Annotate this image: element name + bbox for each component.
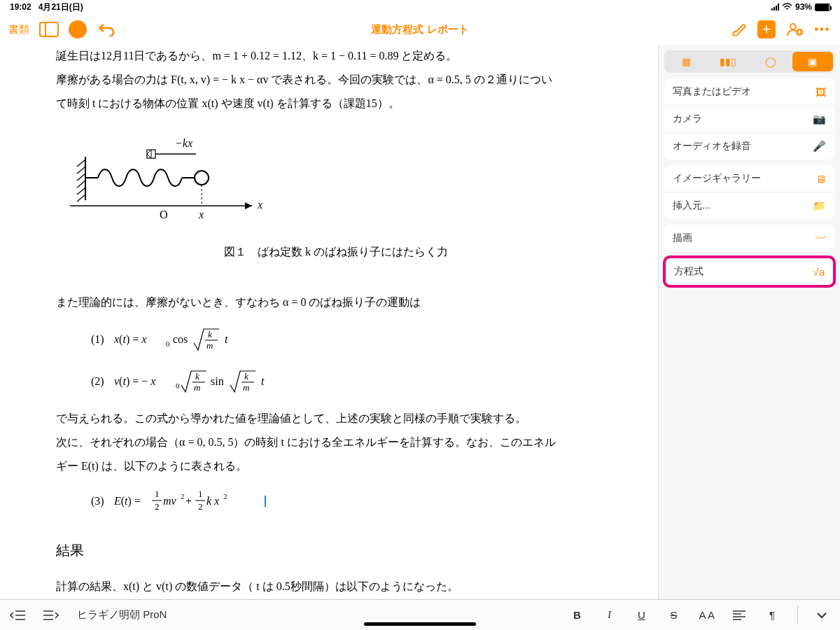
- svg-text:x(t) = x: x(t) = x: [114, 333, 146, 346]
- svg-text:m: m: [243, 382, 249, 393]
- equation-image: v(t) = − x 0 k m sin k m t: [114, 365, 296, 398]
- equation-2: (2) v(t) = − x 0 k m sin k m t: [56, 365, 616, 398]
- camera-icon: 📷: [813, 113, 826, 125]
- svg-point-13: [195, 171, 209, 185]
- font-picker[interactable]: ヒラギノ明朝 ProN: [77, 608, 167, 622]
- tab-charts[interactable]: ▮▮▯: [708, 52, 748, 71]
- strike-button[interactable]: S: [666, 609, 680, 621]
- svg-text:m: m: [206, 340, 213, 351]
- svg-text:E(t) =: E(t) =: [114, 495, 141, 507]
- collapse-button[interactable]: [816, 612, 830, 619]
- svg-text:v(t) = − x: v(t) = − x: [114, 375, 155, 388]
- svg-text:0: 0: [176, 382, 180, 390]
- insert-camera[interactable]: カメラ 📷: [664, 106, 834, 133]
- body-text: 計算の結果、x(t) と v(t) の数値データ（ t は 0.5秒間隔）は以下…: [56, 575, 616, 598]
- axis-mass-x: x: [198, 209, 204, 220]
- figure-spring: −kx O: [56, 136, 616, 227]
- folder-icon: 📁: [813, 200, 826, 212]
- svg-text:cos: cos: [173, 333, 188, 345]
- text-cursor: [265, 496, 266, 507]
- svg-text:m: m: [194, 382, 200, 393]
- svg-text:+: +: [186, 495, 192, 507]
- brush-icon[interactable]: [729, 20, 748, 38]
- document-title: 運動方程式 レポート: [200, 23, 640, 36]
- panel-toggle-icon[interactable]: [39, 22, 59, 37]
- svg-text:2: 2: [155, 501, 160, 512]
- document-body[interactable]: 誕生日は12月11日であるから、m = 1 + 0.12 = 1.12、k = …: [0, 45, 658, 599]
- svg-line-9: [77, 188, 85, 195]
- more-icon[interactable]: •••: [813, 20, 832, 38]
- italic-button[interactable]: I: [602, 609, 616, 621]
- svg-text:mv: mv: [163, 495, 177, 507]
- outline-icon[interactable]: [69, 20, 87, 38]
- equation-1: (1) x(t) = x 0 cos k m t: [56, 323, 616, 356]
- outdent-button[interactable]: [10, 610, 25, 621]
- svg-line-6: [77, 167, 85, 174]
- text-size-button[interactable]: A A: [699, 609, 715, 621]
- status-date: 4月21日(日): [38, 2, 83, 12]
- axis-far-x: x: [257, 199, 262, 211]
- app-toolbar: 書類 運動方程式 レポート + •••: [0, 14, 840, 45]
- status-time: 19:02: [10, 2, 31, 12]
- indent-button[interactable]: [43, 610, 59, 621]
- insert-tabs: ▦ ▮▮▯ ◯ ▣: [664, 50, 834, 73]
- svg-text:k: k: [208, 329, 212, 340]
- insert-from[interactable]: 挿入元... 📁: [664, 192, 834, 219]
- paragraph-button[interactable]: ¶: [765, 609, 779, 621]
- equation-image: E(t) = 1 2 mv 2 + 1 2 k x 2: [114, 487, 254, 515]
- insert-drawing[interactable]: 描画 〰: [664, 225, 834, 251]
- axis-origin: O: [160, 209, 168, 220]
- insert-button[interactable]: +: [757, 20, 776, 38]
- wifi-icon: [782, 3, 792, 11]
- body-text: て時刻 t における物体の位置 x(t) や速度 v(t) を計算する（課題15…: [56, 92, 616, 115]
- align-button[interactable]: [733, 610, 747, 620]
- equation-icon: √a: [813, 266, 825, 278]
- insert-panel: ▦ ▮▮▯ ◯ ▣ 写真またはビデオ 🖼 カメラ 📷 オーディオを録音 🎤 イメ…: [658, 45, 840, 599]
- svg-text:k x: k x: [206, 495, 219, 507]
- svg-point-0: [790, 24, 796, 29]
- signal-icon: [771, 4, 779, 10]
- insert-audio[interactable]: オーディオを録音 🎤: [664, 133, 834, 160]
- home-indicator: [364, 622, 476, 626]
- status-left: 19:02 4月21日(日): [10, 1, 83, 13]
- svg-marker-16: [245, 202, 252, 209]
- svg-text:2: 2: [223, 492, 227, 500]
- photo-icon: 🖼: [816, 86, 826, 98]
- equation-image: x(t) = x 0 cos k m t: [114, 323, 254, 356]
- tab-shapes[interactable]: ◯: [750, 52, 791, 71]
- documents-button[interactable]: 書類: [8, 23, 29, 36]
- svg-line-7: [77, 174, 85, 181]
- svg-text:2: 2: [198, 501, 203, 512]
- svg-line-5: [77, 160, 85, 167]
- svg-text:k: k: [244, 371, 248, 382]
- svg-text:2: 2: [181, 492, 185, 500]
- svg-text:1: 1: [198, 489, 203, 499]
- svg-line-8: [77, 181, 85, 188]
- svg-text:t: t: [225, 333, 228, 345]
- insert-equation[interactable]: 方程式 √a: [666, 258, 833, 285]
- body-text: 誕生日は12月11日であるから、m = 1 + 0.12 = 1.12、k = …: [56, 45, 616, 67]
- svg-text:t: t: [261, 375, 265, 387]
- svg-line-10: [77, 195, 85, 202]
- svg-text:0: 0: [166, 340, 170, 348]
- insert-image-gallery[interactable]: イメージギャラリー 🖥: [664, 165, 834, 192]
- mic-icon: 🎤: [813, 140, 826, 153]
- svg-text:k: k: [195, 371, 200, 382]
- status-bar: 19:02 4月21日(日) 93%: [0, 0, 840, 14]
- scribble-icon: 〰: [816, 232, 826, 244]
- body-text: 次に、それぞれの場合（α = 0, 0.5, 5）の時刻 t における全エネルギ…: [56, 431, 616, 454]
- figure-caption: 図１ ばね定数 k のばね振り子にはたらく力: [56, 241, 616, 263]
- collaborate-icon[interactable]: [785, 20, 804, 38]
- body-text: で与えられる。この式から導かれた値を理論値として、上述の実験と同様の手順で実験す…: [56, 407, 616, 430]
- force-label: −kx: [175, 137, 192, 149]
- equation-3: (3) E(t) = 1 2 mv 2 + 1 2 k x 2: [56, 487, 616, 515]
- svg-text:sin: sin: [211, 375, 224, 387]
- tab-tables[interactable]: ▦: [666, 52, 706, 71]
- undo-icon[interactable]: [97, 20, 115, 38]
- tab-media[interactable]: ▣: [792, 52, 833, 71]
- underline-button[interactable]: U: [634, 609, 648, 621]
- body-text: また理論的には、摩擦がないとき、すなわち α = 0 のばね振り子の運動は: [56, 291, 616, 314]
- insert-photo-video[interactable]: 写真またはビデオ 🖼: [664, 78, 834, 106]
- battery-icon: [815, 4, 830, 11]
- bold-button[interactable]: B: [570, 609, 584, 621]
